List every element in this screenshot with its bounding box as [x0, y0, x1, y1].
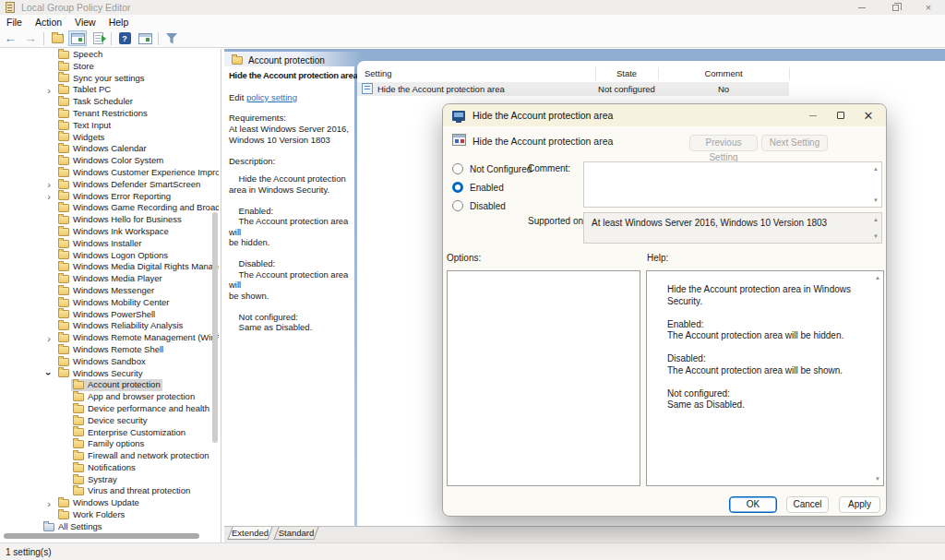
chevron-right-icon[interactable]: ›	[44, 334, 54, 343]
tree-item[interactable]: Windows Installer	[0, 238, 219, 250]
tree-item[interactable]: Virus and threat protection	[0, 485, 219, 497]
setting-row[interactable]: Hide the Account protection area Not con…	[357, 82, 789, 96]
tree-item[interactable]: Windows Customer Experience Improver	[0, 167, 219, 179]
folder-icon	[73, 381, 84, 389]
tree-item-label: Windows Hello for Business	[73, 214, 182, 226]
scroll-up-icon[interactable]: ▲	[873, 217, 879, 222]
tree-item[interactable]: ›Windows Defender SmartScreen	[0, 179, 219, 191]
tree-item[interactable]: ›Windows Error Reporting	[0, 191, 219, 203]
column-header-comment[interactable]: Comment	[658, 68, 789, 78]
tab-extended[interactable]: Extended	[230, 527, 270, 540]
tree-item[interactable]: Device performance and health	[0, 403, 219, 415]
apply-button[interactable]: Apply	[839, 496, 880, 513]
tree-item[interactable]: ›Windows Update	[0, 497, 219, 509]
dialog-maximize-button[interactable]	[827, 106, 855, 125]
tree-item[interactable]: Speech	[0, 49, 219, 61]
menu-action[interactable]: Action	[29, 17, 68, 28]
tree-item[interactable]: Sync your settings	[0, 73, 219, 85]
tree-item[interactable]: All Settings	[0, 521, 219, 533]
tree-item[interactable]: Windows Sandbox	[0, 356, 219, 368]
chevron-right-icon[interactable]: ›	[44, 86, 54, 95]
tree-item[interactable]: Windows Remote Shell	[0, 344, 219, 356]
menu-view[interactable]: View	[68, 17, 102, 28]
close-button[interactable]: ×	[912, 0, 945, 15]
tree-item[interactable]: Windows Color System	[0, 155, 219, 167]
tree-item[interactable]: Windows Mobility Center	[0, 297, 219, 309]
state-cell: Not configured	[595, 84, 658, 94]
chevron-right-icon[interactable]: ›	[44, 180, 54, 189]
dialog-close-button[interactable]: ✕	[855, 106, 882, 125]
scroll-up-icon[interactable]: ▲	[873, 166, 879, 172]
tree-item[interactable]: Windows Ink Workspace	[0, 226, 219, 238]
tree-item[interactable]: Notifications	[0, 462, 219, 474]
tree-item[interactable]: Windows Reliability Analysis	[0, 320, 219, 332]
comment-cell: No	[658, 84, 789, 94]
new-window-button[interactable]	[136, 30, 154, 46]
tree-item[interactable]: Device security	[0, 415, 219, 427]
next-setting-button[interactable]: Next Setting	[761, 135, 828, 151]
scroll-up-icon[interactable]: ▲	[875, 275, 880, 280]
tree-item[interactable]: Windows Calendar	[0, 143, 219, 155]
help-button[interactable]: ?	[115, 30, 134, 46]
forward-button[interactable]: →	[21, 30, 40, 46]
tree-item-label: Windows Color System	[73, 155, 163, 167]
tree-horizontal-scrollbar[interactable]	[4, 533, 199, 539]
tree-item[interactable]: Tenant Restrictions	[0, 108, 219, 120]
tree-item[interactable]: Systray	[0, 474, 219, 486]
up-one-level-button[interactable]: ↑	[48, 30, 66, 46]
chevron-right-icon[interactable]: ›	[44, 499, 54, 508]
tree-item[interactable]: Store	[0, 61, 219, 73]
tree-item[interactable]: Windows Hello for Business	[0, 214, 219, 226]
tree-item[interactable]: Windows Game Recording and Broadcas	[0, 202, 219, 214]
ok-button[interactable]: OK	[729, 496, 777, 513]
tree-item[interactable]: Windows Messenger	[0, 285, 219, 297]
tree-item-label: Virus and threat protection	[88, 485, 190, 497]
tree-item[interactable]: Work Folders	[0, 509, 219, 521]
tree-item[interactable]: Windows Media Digital Rights Managem	[0, 261, 219, 273]
scroll-down-icon[interactable]: ▼	[873, 197, 879, 203]
tree-item[interactable]: Windows Logon Options	[0, 250, 219, 262]
column-header-state[interactable]: State	[595, 68, 658, 78]
menu-file[interactable]: File	[0, 17, 29, 28]
tree-item[interactable]: Family options	[0, 438, 219, 450]
column-header-setting[interactable]: Setting	[365, 68, 392, 78]
edit-policy-setting-link[interactable]: policy setting	[246, 92, 297, 102]
chevron-right-icon[interactable]: ›	[44, 192, 54, 201]
tree-item[interactable]: Windows PowerShell	[0, 309, 219, 321]
pane-divider[interactable]	[221, 49, 221, 542]
tree-item[interactable]: Account protection	[0, 379, 219, 391]
up-folder-icon: ↑	[52, 34, 64, 43]
show-console-tree-button[interactable]	[68, 30, 87, 46]
radio-enabled[interactable]: Enabled	[452, 182, 504, 193]
tree-item[interactable]: App and browser protection	[0, 391, 219, 403]
tree-item[interactable]: Firewall and network protection	[0, 450, 219, 462]
tree-item[interactable]: Enterprise Customization	[0, 427, 219, 439]
minimize-button[interactable]	[845, 0, 879, 15]
tree-item[interactable]: Windows Media Player	[0, 273, 219, 285]
scroll-down-icon[interactable]: ▼	[873, 233, 879, 239]
comment-textbox[interactable]: ▲ ▼	[583, 161, 882, 208]
tree-item[interactable]: Task Scheduler	[0, 96, 219, 108]
tab-standard[interactable]: Standard	[276, 527, 317, 540]
radio-disabled[interactable]: Disabled	[452, 200, 506, 211]
chevron-down-icon[interactable]: ›	[44, 369, 54, 378]
back-button[interactable]: ←	[1, 30, 19, 46]
previous-setting-button[interactable]: Previous Setting	[689, 135, 758, 151]
folder-icon	[58, 263, 69, 271]
tree-item[interactable]: ›Windows Remote Management (WinRM	[0, 332, 219, 344]
tree-item[interactable]: Widgets	[0, 132, 219, 144]
menu-help[interactable]: Help	[102, 17, 136, 28]
tree-item[interactable]: Text Input	[0, 120, 219, 132]
export-list-button[interactable]	[89, 30, 107, 46]
tree-item[interactable]: ›Tablet PC	[0, 84, 219, 96]
dialog-minimize-button[interactable]	[799, 106, 827, 125]
tree-vertical-scrollbar[interactable]	[212, 212, 218, 443]
folder-icon	[73, 452, 84, 460]
cancel-button[interactable]: Cancel	[786, 496, 829, 513]
scroll-down-icon[interactable]: ▼	[875, 476, 880, 482]
radio-not-configured[interactable]: Not Configured	[452, 163, 532, 174]
tree-item-label: Windows Security	[73, 368, 143, 380]
tree-item[interactable]: ›Windows Security	[0, 368, 219, 380]
filter-button[interactable]	[162, 30, 181, 46]
restore-button[interactable]	[879, 0, 912, 15]
